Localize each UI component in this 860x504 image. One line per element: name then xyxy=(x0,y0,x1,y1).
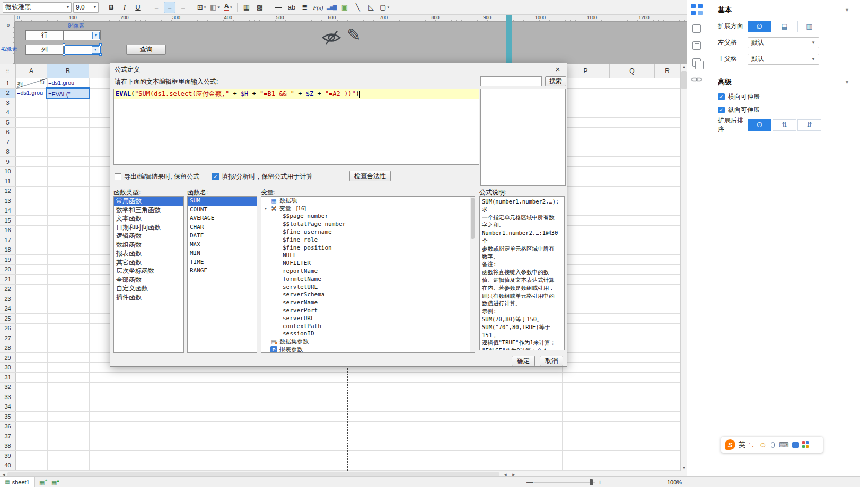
row-header-23[interactable]: 23 xyxy=(0,294,16,304)
row-header-25[interactable]: 25 xyxy=(0,314,16,323)
row-dimension-cell[interactable]: 行 xyxy=(25,30,64,40)
variable-tree-item[interactable]: serverURL xyxy=(261,314,470,322)
border-style-button[interactable]: — xyxy=(273,2,284,13)
variable-tree-item[interactable]: NOFILTER xyxy=(261,259,470,267)
row-header-26[interactable]: 26 xyxy=(0,324,16,333)
variable-tree-item[interactable]: formletName xyxy=(261,275,470,283)
column-header-P[interactable]: P xyxy=(562,64,610,78)
chevron-down-icon[interactable]: ▼ xyxy=(845,79,849,85)
vertical-scroll-thumb[interactable] xyxy=(681,71,687,89)
variable-tree-item[interactable]: serverPort xyxy=(261,306,470,314)
insert-line-button[interactable]: ╲ xyxy=(352,2,364,13)
row-header-30[interactable]: 30 xyxy=(0,363,16,373)
advanced-section-header[interactable]: 高级 ▼ xyxy=(706,72,860,90)
function-type-item[interactable]: 文本函数 xyxy=(114,214,183,223)
keep-formula-on-export-checkbox[interactable]: 导出/编辑结果时, 保留公式 xyxy=(115,172,199,181)
vertical-expandable-checkbox[interactable]: ✓ 纵向可伸展 xyxy=(706,103,860,117)
function-name-item[interactable]: COUNT xyxy=(188,206,257,215)
microphone-icon[interactable] xyxy=(771,442,775,448)
underline-button[interactable]: U xyxy=(132,2,144,13)
row-header-24[interactable]: 24 xyxy=(0,304,16,314)
borders-button[interactable]: ⊞▾ xyxy=(196,2,207,13)
row-header-36[interactable]: 36 xyxy=(0,422,16,431)
zoom-slider[interactable] xyxy=(534,482,595,483)
column-dimension-cell[interactable]: 列 xyxy=(25,45,64,55)
cell-B2-selected[interactable]: =EVAL(" xyxy=(46,87,90,99)
row-header-31[interactable]: 31 xyxy=(0,373,16,382)
function-type-item[interactable]: 常用函数 xyxy=(114,197,183,206)
row-header-9[interactable]: 9 xyxy=(0,157,16,166)
row-header-33[interactable]: 33 xyxy=(0,392,16,402)
function-name-item[interactable]: SUM xyxy=(188,197,257,206)
zoom-out-icon[interactable]: — xyxy=(526,478,533,486)
checkbox-checked[interactable]: ✓ xyxy=(718,93,725,100)
chevron-down-icon[interactable]: ▼ xyxy=(845,7,849,13)
selection-handle[interactable] xyxy=(63,53,65,56)
row-header-3[interactable]: 3 xyxy=(0,98,16,108)
row-header-34[interactable]: 34 xyxy=(0,402,16,412)
unmerge-cells-button[interactable]: ▩ xyxy=(254,2,266,13)
hide-widget-icon[interactable] xyxy=(321,28,341,49)
function-name-item[interactable]: CHAR xyxy=(188,223,257,232)
search-button[interactable]: 搜索 xyxy=(545,76,566,86)
page-margin-marker[interactable] xyxy=(506,15,512,64)
ok-button[interactable]: 确定 xyxy=(512,356,535,366)
function-name-item[interactable]: DATE xyxy=(188,232,257,241)
variable-tree-item[interactable]: NULL xyxy=(261,252,470,260)
function-type-item[interactable]: 层次坐标函数 xyxy=(114,267,183,276)
align-right-button[interactable]: ≡ xyxy=(177,2,189,13)
formula-editor[interactable]: EVAL("SUM(ds1.select(应付金额," + $H + "=B1 … xyxy=(113,89,479,165)
row-header-19[interactable]: 19 xyxy=(0,255,16,264)
function-name-item[interactable]: RANGE xyxy=(188,267,257,276)
align-left-button[interactable]: ≡ xyxy=(151,2,162,13)
widget-dropdown-icon[interactable]: ▾ xyxy=(92,46,99,54)
check-validity-button[interactable]: 检查合法性 xyxy=(349,171,391,181)
row-header-39[interactable]: 39 xyxy=(0,451,16,461)
rich-text-button[interactable]: ≣ xyxy=(299,2,311,13)
expand-horizontal-button[interactable]: ▥ xyxy=(797,21,821,32)
emoji-icon[interactable]: ☺ xyxy=(759,440,766,449)
tree-scrollbar[interactable] xyxy=(470,197,475,352)
basic-section-header[interactable]: 基本 ▼ xyxy=(706,0,860,18)
row-header-10[interactable]: 10 xyxy=(0,167,16,176)
variable-tree-item[interactable]: servletURL xyxy=(261,283,470,291)
selection-handle[interactable] xyxy=(99,43,102,46)
font-color-button[interactable]: A▾ xyxy=(222,2,234,13)
sort-descending-button[interactable]: ⇵ xyxy=(797,119,821,131)
left-parent-select[interactable]: 默认 ▼ xyxy=(748,37,819,48)
cell-attributes-icon[interactable] xyxy=(691,4,703,15)
row-header-12[interactable]: 12 xyxy=(0,187,16,196)
dialog-titlebar[interactable]: 公式定义 × xyxy=(110,63,567,76)
collapse-icon[interactable]: ▾ xyxy=(265,206,270,211)
toolbox-icon[interactable] xyxy=(792,442,799,448)
function-name-item[interactable]: AVERAGE xyxy=(188,214,257,223)
float-element-icon[interactable] xyxy=(692,58,701,67)
variable-tree-item[interactable]: ▾变量 - [16] xyxy=(261,205,470,213)
column-header-A[interactable]: A xyxy=(16,64,47,78)
sogou-logo-icon[interactable]: S xyxy=(725,439,735,450)
ime-language-mode[interactable]: 英 xyxy=(739,440,745,449)
checkbox-checked[interactable]: ✓ xyxy=(718,107,725,113)
close-icon[interactable]: × xyxy=(553,65,563,74)
row-header-35[interactable]: 35 xyxy=(0,412,16,421)
variable-tree-item[interactable]: $fine_position xyxy=(261,244,470,252)
tree-scroll-thumb[interactable] xyxy=(471,198,475,239)
selection-handle[interactable] xyxy=(99,53,102,56)
row-header-28[interactable]: 28 xyxy=(0,343,16,353)
row-header-11[interactable]: 11 xyxy=(0,176,16,186)
search-results-list[interactable] xyxy=(480,89,566,186)
align-center-button[interactable]: ≡ xyxy=(164,2,175,13)
row-header-18[interactable]: 18 xyxy=(0,245,16,255)
fill-color-button[interactable]: ◧▾ xyxy=(209,2,221,13)
function-type-item[interactable]: 插件函数 xyxy=(114,293,183,302)
add-grid-sheet-icon[interactable]: ▦+ xyxy=(39,478,47,486)
row-header-15[interactable]: 15 xyxy=(0,216,16,225)
variable-tree-item[interactable]: ▦数据项 xyxy=(261,197,470,205)
sheet-tab[interactable]: ▦ sheet1 xyxy=(0,477,35,487)
row-header-16[interactable]: 16 xyxy=(0,226,16,235)
variable-tree-item[interactable]: serverSchema xyxy=(261,291,470,299)
row-header-20[interactable]: 20 xyxy=(0,265,16,275)
variable-tree-item[interactable]: reportName xyxy=(261,267,470,275)
expand-none-button[interactable]: ∅ xyxy=(748,21,771,32)
variable-tree-item[interactable]: $fine_role xyxy=(261,236,470,244)
